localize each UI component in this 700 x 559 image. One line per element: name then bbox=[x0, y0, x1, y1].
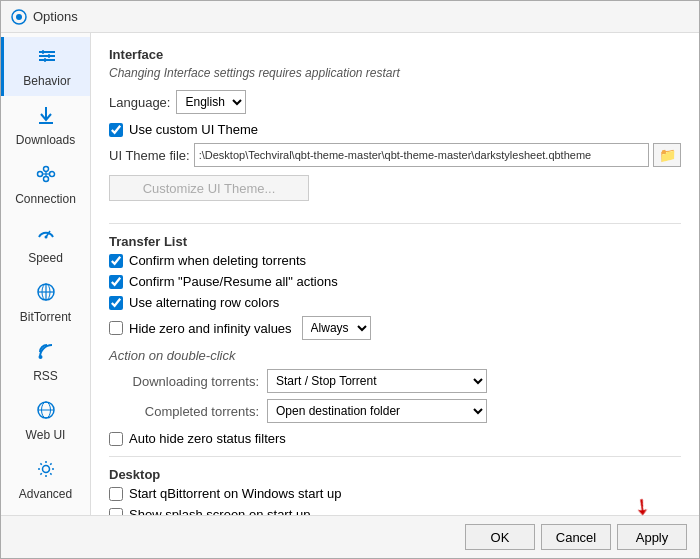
confirm-pause-row: Confirm "Pause/Resume all" actions bbox=[109, 274, 681, 289]
behavior-icon bbox=[36, 45, 58, 72]
downloading-torrents-row: Downloading torrents: Start / Stop Torre… bbox=[109, 369, 681, 393]
footer: ➘ OK Cancel Apply bbox=[1, 515, 699, 558]
splash-label: Show splash screen on start up bbox=[129, 507, 310, 515]
use-custom-theme-row: Use custom UI Theme bbox=[109, 122, 681, 137]
downloading-torrents-label: Downloading torrents: bbox=[109, 374, 259, 389]
language-select[interactable]: English bbox=[176, 90, 246, 114]
confirm-delete-label: Confirm when deleting torrents bbox=[129, 253, 306, 268]
options-icon bbox=[11, 9, 27, 25]
sidebar-label-rss: RSS bbox=[33, 369, 58, 383]
sidebar-label-webui: Web UI bbox=[26, 428, 66, 442]
sidebar-label-connection: Connection bbox=[15, 192, 76, 206]
sidebar-item-behavior[interactable]: Behavior bbox=[1, 37, 90, 96]
start-qbt-row: Start qBittorrent on Windows start up bbox=[109, 486, 681, 501]
bittorrent-icon bbox=[35, 281, 57, 308]
downloads-icon bbox=[35, 104, 57, 131]
alternating-colors-row: Use alternating row colors bbox=[109, 295, 681, 310]
main-area: Behavior Downloads bbox=[1, 33, 699, 515]
sidebar-label-advanced: Advanced bbox=[19, 487, 72, 501]
action-double-click-section: Action on double-click Downloading torre… bbox=[109, 348, 681, 423]
sidebar-item-advanced[interactable]: Advanced bbox=[1, 450, 90, 509]
auto-hide-label: Auto hide zero status filters bbox=[129, 431, 286, 446]
downloading-torrents-select[interactable]: Start / Stop Torrent Open destination fo… bbox=[267, 369, 487, 393]
customize-ui-theme-button[interactable]: Customize UI Theme... bbox=[109, 175, 309, 201]
title-bar: Options bbox=[1, 1, 699, 33]
options-dialog: Options Behavior bbox=[0, 0, 700, 559]
file-browse-button[interactable]: 📁 bbox=[653, 143, 681, 167]
language-row: Language: English bbox=[109, 90, 681, 114]
use-custom-theme-checkbox[interactable] bbox=[109, 123, 123, 137]
hide-zero-checkbox[interactable] bbox=[109, 321, 123, 335]
theme-file-row: UI Theme file: 📁 bbox=[109, 143, 681, 167]
auto-hide-checkbox[interactable] bbox=[109, 432, 123, 446]
splash-checkbox[interactable] bbox=[109, 508, 123, 516]
start-qbt-label: Start qBittorrent on Windows start up bbox=[129, 486, 341, 501]
dialog-title: Options bbox=[33, 9, 78, 24]
language-label: Language: bbox=[109, 95, 170, 110]
alternating-colors-checkbox[interactable] bbox=[109, 296, 123, 310]
sidebar-item-rss[interactable]: RSS bbox=[1, 332, 90, 391]
interface-note: Changing Interface settings requires app… bbox=[109, 66, 681, 80]
cancel-button[interactable]: Cancel bbox=[541, 524, 611, 550]
sidebar-item-speed[interactable]: Speed bbox=[1, 214, 90, 273]
folder-icon: 📁 bbox=[659, 147, 676, 163]
hide-zero-label: Hide zero and infinity values bbox=[129, 321, 292, 336]
webui-icon bbox=[35, 399, 57, 426]
sidebar: Behavior Downloads bbox=[1, 33, 91, 515]
desktop-section: Desktop Start qBittorrent on Windows sta… bbox=[109, 467, 681, 515]
action-double-click-label: Action on double-click bbox=[109, 348, 681, 363]
svg-point-26 bbox=[42, 466, 49, 473]
advanced-icon bbox=[35, 458, 57, 485]
content-area: Interface Changing Interface settings re… bbox=[91, 33, 699, 515]
sidebar-item-bittorrent[interactable]: BitTorrent bbox=[1, 273, 90, 332]
theme-file-input[interactable] bbox=[194, 143, 649, 167]
svg-point-13 bbox=[43, 177, 48, 182]
sidebar-item-webui[interactable]: Web UI bbox=[1, 391, 90, 450]
hide-zero-row: Hide zero and infinity values Always bbox=[109, 316, 681, 340]
splash-row: Show splash screen on start up bbox=[109, 507, 681, 515]
ok-button[interactable]: OK bbox=[465, 524, 535, 550]
transfer-list-title: Transfer List bbox=[109, 234, 681, 249]
svg-point-12 bbox=[43, 167, 48, 172]
theme-file-label: UI Theme file: bbox=[109, 148, 190, 163]
speed-icon bbox=[35, 222, 57, 249]
use-custom-theme-label: Use custom UI Theme bbox=[129, 122, 258, 137]
svg-point-10 bbox=[37, 172, 42, 177]
svg-point-11 bbox=[49, 172, 54, 177]
confirm-pause-label: Confirm "Pause/Resume all" actions bbox=[129, 274, 338, 289]
apply-button[interactable]: Apply bbox=[617, 524, 687, 550]
completed-torrents-row: Completed torrents: Open destination fol… bbox=[109, 399, 681, 423]
confirm-delete-checkbox[interactable] bbox=[109, 254, 123, 268]
sidebar-label-downloads: Downloads bbox=[16, 133, 75, 147]
completed-torrents-select[interactable]: Open destination folder Start / Stop Tor… bbox=[267, 399, 487, 423]
divider-2 bbox=[109, 456, 681, 457]
interface-section-title: Interface bbox=[109, 47, 681, 62]
svg-point-17 bbox=[44, 236, 47, 239]
sidebar-item-connection[interactable]: Connection bbox=[1, 155, 90, 214]
auto-hide-row: Auto hide zero status filters bbox=[109, 431, 681, 446]
hide-zero-select[interactable]: Always bbox=[302, 316, 371, 340]
sidebar-item-downloads[interactable]: Downloads bbox=[1, 96, 90, 155]
sidebar-label-bittorrent: BitTorrent bbox=[20, 310, 71, 324]
confirm-delete-row: Confirm when deleting torrents bbox=[109, 253, 681, 268]
divider-1 bbox=[109, 223, 681, 224]
alternating-colors-label: Use alternating row colors bbox=[129, 295, 279, 310]
connection-icon bbox=[35, 163, 57, 190]
svg-point-1 bbox=[16, 14, 22, 20]
rss-icon bbox=[35, 340, 57, 367]
sidebar-label-behavior: Behavior bbox=[23, 74, 70, 88]
desktop-section-title: Desktop bbox=[109, 467, 681, 482]
confirm-pause-checkbox[interactable] bbox=[109, 275, 123, 289]
sidebar-label-speed: Speed bbox=[28, 251, 63, 265]
completed-torrents-label: Completed torrents: bbox=[109, 404, 259, 419]
start-qbt-checkbox[interactable] bbox=[109, 487, 123, 501]
svg-point-22 bbox=[38, 355, 42, 359]
